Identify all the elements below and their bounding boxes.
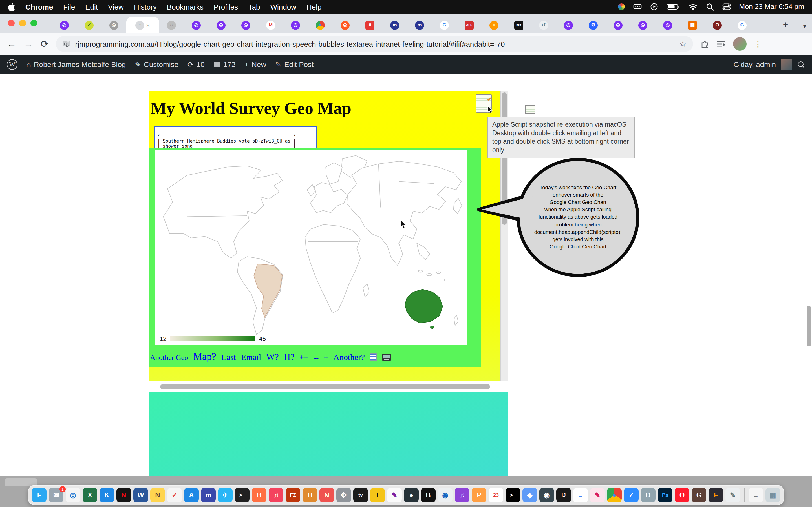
reload-button[interactable]: ⟳ <box>41 39 49 49</box>
dock-compass[interactable]: ◉ <box>438 488 453 503</box>
tab-25[interactable]: ▦ <box>680 17 705 33</box>
tab-18[interactable]: brit <box>506 17 531 33</box>
link--[interactable]: + <box>324 353 328 362</box>
tab-5[interactable]: ◎ <box>184 17 209 33</box>
url-text[interactable]: rjmprogramming.com.au/ITblog/google-char… <box>75 40 675 48</box>
dock-settings[interactable]: ⚙ <box>336 488 351 503</box>
tab-24[interactable]: ◎ <box>655 17 680 33</box>
dock-photoshop[interactable]: Ps <box>658 488 672 503</box>
tab-20[interactable]: ◎ <box>556 17 581 33</box>
link-another-geo[interactable]: Another Geo <box>150 353 188 362</box>
region-australia[interactable] <box>405 289 443 328</box>
tab-12[interactable]: # <box>357 17 382 33</box>
list-icon[interactable] <box>370 353 377 360</box>
dock-reminders[interactable]: ✓ <box>167 488 182 503</box>
tab-23[interactable]: ◎ <box>630 17 655 33</box>
tab-21[interactable]: ⚙ <box>581 17 606 33</box>
dock-files[interactable]: ≡ <box>749 488 763 503</box>
close-tab-icon[interactable]: × <box>146 22 150 29</box>
wp-greeting[interactable]: G'day, admin <box>733 60 776 69</box>
menubar-item-chrome[interactable]: Chrome <box>26 3 53 11</box>
window-vertical-scrollbar-thumb[interactable] <box>807 306 811 346</box>
menubar-item-profiles[interactable]: Profiles <box>214 3 238 11</box>
dock-music[interactable]: ♫ <box>269 488 283 503</box>
tab-4[interactable]: ◌ <box>159 17 184 33</box>
tab-14[interactable]: m <box>407 17 432 33</box>
dock-camera[interactable]: ◉ <box>539 488 554 503</box>
close-window-button[interactable] <box>8 20 15 26</box>
dock-shortcuts[interactable]: ◆ <box>522 488 537 503</box>
iframe-horizontal-scrollbar-thumb[interactable] <box>160 384 490 389</box>
chrome-menu-icon[interactable]: ⋮ <box>754 40 762 48</box>
tab-8[interactable]: M <box>258 17 283 33</box>
dock-pages[interactable]: P <box>472 488 486 503</box>
menubar-item-file[interactable]: File <box>63 3 75 11</box>
menubar-item-view[interactable]: View <box>108 3 124 11</box>
new-tab-button[interactable]: + <box>778 17 793 32</box>
wp-site-menu[interactable]: ⌂ Robert James Metcalfe Blog <box>27 60 126 69</box>
menubar-item-bookmarks[interactable]: Bookmarks <box>167 3 204 11</box>
tab-26[interactable]: O <box>705 17 730 33</box>
wifi-icon[interactable] <box>688 3 697 10</box>
tab-1[interactable]: ✓ <box>77 17 101 33</box>
dock-sketch[interactable]: ✎ <box>590 488 605 503</box>
wp-updates[interactable]: ⟳ 10 <box>188 60 205 69</box>
spotlight-icon[interactable] <box>706 3 714 11</box>
dock-docs[interactable]: ≡ <box>573 488 588 503</box>
dock-bear[interactable]: B <box>421 488 436 503</box>
dock-iterm[interactable]: >_ <box>235 488 250 503</box>
wp-comments[interactable]: 172 <box>214 60 236 69</box>
tab-19[interactable]: ↺ <box>531 17 556 33</box>
dock-app-store[interactable]: A <box>184 488 199 503</box>
tab-active[interactable]: ◌× <box>126 17 159 33</box>
dock-trash[interactable]: ▦ <box>765 488 780 503</box>
dock-safari[interactable]: ◎ <box>66 488 80 503</box>
control-center-icon[interactable] <box>722 3 730 10</box>
dock-imdb[interactable]: I <box>370 488 385 503</box>
tab-0[interactable]: ◎ <box>52 17 77 33</box>
zoom-window-button[interactable] <box>31 20 37 26</box>
dock-keynote[interactable]: K <box>100 488 114 503</box>
dock-books[interactable]: B <box>252 488 266 503</box>
tab-15[interactable]: G <box>432 17 457 33</box>
tab-16[interactable]: AFL <box>457 17 481 33</box>
dock-gimp[interactable]: G <box>692 488 706 503</box>
site-settings-icon[interactable] <box>63 40 71 48</box>
dock-calendar[interactable]: 23 <box>489 488 503 503</box>
dock-zoom[interactable]: Z <box>624 488 639 503</box>
apple-menu-icon[interactable] <box>8 3 15 11</box>
extensions-icon[interactable] <box>701 40 710 48</box>
wp-avatar[interactable] <box>781 59 792 70</box>
wp-customise[interactable]: ✎ Customise <box>135 60 179 69</box>
dock-firefox[interactable]: F <box>709 488 723 503</box>
tab-27[interactable]: G <box>730 17 755 33</box>
dock-apple-tv[interactable]: tv <box>353 488 368 503</box>
menubar-clock[interactable]: Mon 23 Mar 6:54 pm <box>739 3 804 11</box>
dock-word[interactable]: W <box>133 488 148 503</box>
profile-avatar[interactable] <box>733 37 747 51</box>
dock-filezilla[interactable]: FZ <box>286 488 300 503</box>
link--[interactable]: -- <box>313 353 319 362</box>
link-another-[interactable]: Another? <box>333 353 365 362</box>
applescript-snapshot-icon[interactable] <box>476 94 492 113</box>
tab-2[interactable]: ◎ <box>101 17 126 33</box>
minimize-window-button[interactable] <box>19 20 26 26</box>
dock-finder[interactable]: F <box>32 488 47 503</box>
menubar-item-help[interactable]: Help <box>306 3 322 11</box>
back-button[interactable]: ← <box>7 39 16 49</box>
menubar-item-tab[interactable]: Tab <box>248 3 260 11</box>
dock-opera[interactable]: O <box>675 488 689 503</box>
dock-excel[interactable]: X <box>83 488 97 503</box>
world-map[interactable]: 12 45 <box>155 151 467 345</box>
dock-homebrew[interactable]: H <box>303 488 317 503</box>
world-map-svg[interactable] <box>155 151 467 345</box>
wp-logo-icon[interactable]: W <box>7 59 17 70</box>
link-h-[interactable]: H? <box>284 352 294 362</box>
dock-intellij[interactable]: IJ <box>556 488 571 503</box>
tab-22[interactable]: ◎ <box>606 17 630 33</box>
now-playing-icon[interactable] <box>650 3 658 11</box>
address-bar[interactable]: rjmprogramming.com.au/ITblog/google-char… <box>56 36 693 52</box>
dock-mastodon[interactable]: m <box>201 488 216 503</box>
menubar-item-history[interactable]: History <box>134 3 157 11</box>
battery-icon[interactable] <box>666 3 680 10</box>
